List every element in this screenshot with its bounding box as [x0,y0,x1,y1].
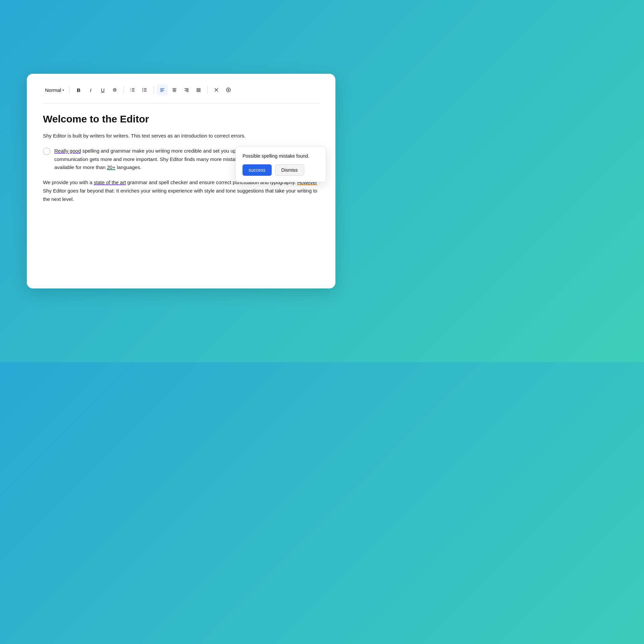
strikethrough-button[interactable] [109,85,120,95]
state-of-art: state of the art [94,179,126,185]
svg-point-18 [143,91,143,92]
insert-icon [226,87,231,93]
divider-1 [69,86,70,94]
divider-4 [207,86,208,94]
divider-3 [153,86,154,94]
text-1: spelling and grammar make you writing mo… [82,148,245,154]
ordered-list-button[interactable]: 1 2 3 [127,85,138,95]
text-8: Shy Editor goes far beyond that: It enri… [43,188,317,202]
spelling-popup-message: Possible spelling mistake found. [243,153,319,160]
style-label: Normal [45,87,61,93]
divider-2 [123,86,124,94]
success-button[interactable]: success [243,164,272,176]
editor-card: Normal ▾ B I U 1 [27,74,335,288]
unordered-list-icon [142,87,147,93]
insert-button[interactable] [223,85,234,95]
align-justify-icon [196,87,201,93]
text-6: We provide you with a [43,179,94,185]
unordered-list-button[interactable] [139,85,150,95]
spelling-popup-actions: success Dismiss [243,164,319,176]
svg-point-17 [143,90,143,90]
align-left-icon [160,87,165,93]
clear-format-icon [214,87,219,93]
align-center-button[interactable] [169,85,180,95]
strikethrough-icon [112,87,117,93]
italic-button[interactable]: I [85,85,96,95]
style-select[interactable]: Normal ▾ [43,86,66,94]
align-center-icon [172,87,177,93]
editor-content: Welcome to the Editor Shy Editor is buil… [43,113,319,203]
chevron-down-icon: ▾ [62,88,64,92]
spelling-popup: Possible spelling mistake found. success… [235,147,326,182]
dismiss-button[interactable]: Dismiss [275,164,304,176]
align-right-icon [184,87,189,93]
toolbar: Normal ▾ B I U 1 [43,85,319,104]
editor-title[interactable]: Welcome to the Editor [43,113,319,125]
paragraph-3[interactable]: We provide you with a state of the art g… [43,178,319,203]
clear-format-button[interactable] [211,85,222,95]
20-plus: 20+ [107,164,115,170]
really-good: Really good [54,148,81,154]
align-left-button[interactable] [157,85,168,95]
text-5: languages. [117,164,141,170]
ordered-list-icon: 1 2 3 [130,87,135,93]
align-justify-button[interactable] [193,85,204,95]
intro-paragraph[interactable]: Shy Editor is built by writers for write… [43,132,319,140]
paragraph-icon [43,148,50,155]
svg-point-16 [143,88,143,89]
align-right-button[interactable] [181,85,192,95]
bold-button[interactable]: B [73,85,84,95]
underline-button[interactable]: U [97,85,108,95]
svg-text:3: 3 [130,90,131,92]
